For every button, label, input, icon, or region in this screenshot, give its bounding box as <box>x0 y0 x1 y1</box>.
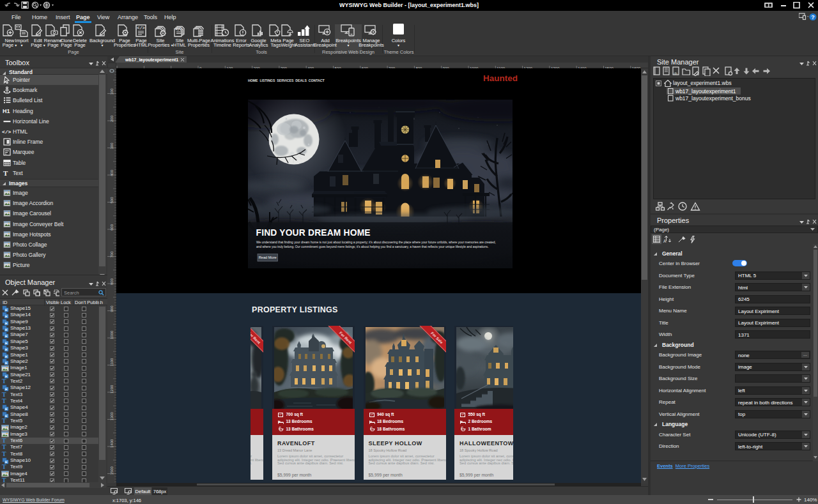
svg-text:We understand that finding you: We understand that finding your dream ho… <box>256 241 496 244</box>
svg-text:?: ? <box>811 14 815 20</box>
svg-text:200: 200 <box>110 115 114 122</box>
svg-text:Read More: Read More <box>259 256 277 259</box>
svg-text:A: A <box>663 239 667 243</box>
svg-text:1400: 1400 <box>110 439 114 448</box>
svg-text:FIND YOUR DREAM HOME: FIND YOUR DREAM HOME <box>256 228 371 238</box>
svg-text:100: 100 <box>110 88 114 95</box>
svg-text:1300: 1300 <box>110 411 114 420</box>
svg-text:900: 900 <box>110 305 114 312</box>
svg-text:300: 300 <box>110 142 114 149</box>
svg-text:db: db <box>674 72 677 75</box>
svg-text:1100: 1100 <box>110 358 114 367</box>
svg-text:700: 700 <box>110 251 114 258</box>
svg-text:1200: 1200 <box>110 385 114 393</box>
svg-text:800: 800 <box>110 278 114 285</box>
svg-text:</>: </> <box>137 26 145 31</box>
svg-text:600: 600 <box>110 224 114 231</box>
svg-text:1500: 1500 <box>110 466 114 475</box>
svg-text:</>: </> <box>175 27 183 32</box>
svg-text:1000: 1000 <box>110 330 114 339</box>
svg-text:and where you truly belong. Ou: and where you truly belong. Our commitme… <box>256 245 489 248</box>
svg-text:500: 500 <box>110 197 114 204</box>
svg-text:400: 400 <box>110 169 114 176</box>
